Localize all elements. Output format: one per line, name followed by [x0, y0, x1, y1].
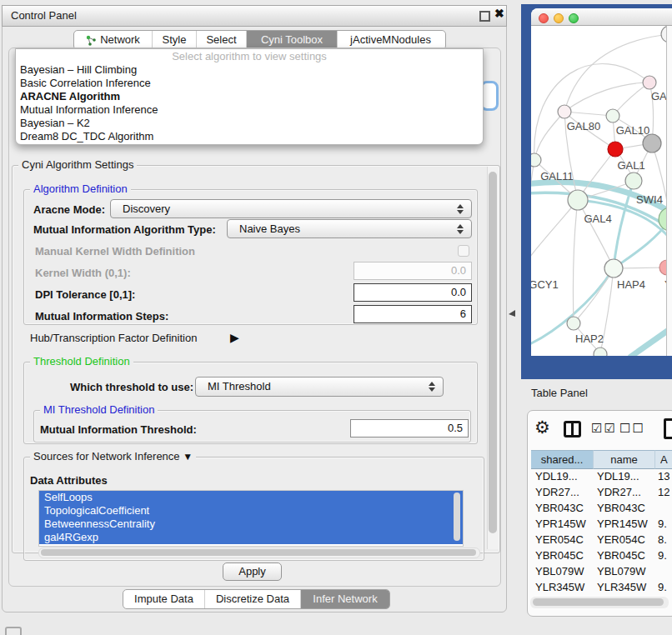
dpi-tolerance-field[interactable]: 0.0 — [354, 283, 472, 302]
node-gal-partial[interactable] — [643, 76, 656, 89]
control-panel-titlebar: Control Panel — [2, 5, 507, 27]
node-gal4[interactable] — [568, 190, 588, 210]
network-window-titlebar[interactable] — [531, 8, 672, 26]
node-label: HAP4 — [617, 278, 645, 291]
mi-steps-label: Mutual Information Steps: — [35, 310, 168, 322]
kernel-width-label: Kernel Width (0,1): — [35, 267, 131, 279]
algorithm-option[interactable]: Basic Correlation Inference — [16, 77, 483, 90]
close-icon[interactable]: ✖ — [494, 7, 504, 20]
settings-group-title: Cyni Algorithm Settings — [18, 159, 137, 171]
expand-arrow-icon[interactable]: ▶ — [230, 331, 239, 344]
network-icon — [86, 35, 97, 46]
table-row[interactable]: YDL19...YDL19...13 — [531, 468, 672, 484]
column-header-name[interactable]: name — [594, 450, 655, 469]
stepper-arrows-icon — [429, 381, 435, 392]
node-red[interactable] — [608, 142, 623, 157]
node-hap4[interactable] — [604, 259, 623, 278]
tab-infer-network[interactable]: Infer Network — [300, 590, 389, 608]
select-all-checkboxes-icon[interactable]: ☑☑ — [591, 421, 617, 436]
collapse-arrow-icon: ▼ — [183, 451, 193, 462]
node-gray[interactable] — [643, 134, 661, 152]
mi-threshold-field[interactable]: 0.5 — [350, 419, 469, 438]
stepper-arrows-icon — [457, 223, 464, 235]
apply-button[interactable]: Apply — [223, 562, 282, 581]
close-traffic-light-icon[interactable] — [539, 13, 549, 23]
deselect-all-checkboxes-icon[interactable]: ☐☐ — [619, 421, 645, 436]
list-scrollbar-thumb[interactable] — [454, 492, 460, 541]
attribute-item-selected[interactable]: gal4RGexp — [39, 531, 463, 544]
sources-hscrollbar-thumb[interactable] — [41, 549, 476, 556]
float-window-icon[interactable] — [479, 11, 490, 22]
network-view-scrollbar[interactable] — [666, 26, 672, 356]
table-row[interactable]: YBR045CYBR045C9. — [531, 548, 672, 563]
manual-kernel-width-label: Manual Kernel Width Definition — [35, 245, 195, 258]
tab-discretize-data[interactable]: Discretize Data — [204, 590, 300, 608]
mini-corner-button[interactable] — [5, 627, 22, 635]
zoom-traffic-light-icon[interactable] — [569, 13, 579, 23]
table-row[interactable]: YBL079WYBL079W — [531, 563, 672, 579]
settings-scrollbar-thumb[interactable] — [489, 172, 497, 533]
network-nodes[interactable] — [531, 26, 672, 356]
attribute-item-selected[interactable]: BetweennessCentrality — [39, 518, 463, 531]
table-panel-title: Table Panel — [531, 387, 588, 399]
mi-algorithm-type-select[interactable]: Naive Bayes — [227, 219, 472, 238]
tab-network[interactable]: Network — [74, 31, 152, 49]
node-gal80[interactable] — [558, 105, 571, 118]
table-row[interactable]: YPR145WYPR145W9. — [531, 516, 672, 532]
dropdown-prompt: Select algorithm to view settings — [16, 49, 483, 63]
tab-jactivemnodules[interactable]: jActiveMNodules — [337, 31, 444, 49]
gear-icon[interactable]: ⚙ — [534, 418, 550, 438]
node-gal10[interactable] — [606, 109, 619, 122]
attribute-item-selected[interactable]: SelfLoops — [39, 491, 463, 504]
algorithm-option[interactable]: Bayesian – K2 — [16, 117, 483, 130]
control-panel-title: Control Panel — [11, 9, 77, 22]
manual-kernel-width-checkbox[interactable] — [458, 245, 469, 257]
document-icon[interactable] — [664, 418, 672, 439]
node-label: GAL1 — [617, 159, 644, 172]
attribute-item-selected[interactable]: TopologicalCoefficient — [39, 504, 463, 518]
data-attributes-label: Data Attributes — [30, 474, 108, 487]
dpi-tolerance-label: DPI Tolerance [0,1]: — [35, 288, 135, 301]
column-header-partial[interactable]: A — [655, 450, 672, 469]
algorithm-option[interactable]: Dream8 DC_TDC Algorithm — [16, 130, 483, 143]
node-hap2[interactable] — [567, 317, 580, 330]
mi-threshold-group-title: MI Threshold Definition — [40, 404, 158, 416]
hub-definition-label[interactable]: Hub/Transcription Factor Definition — [30, 332, 197, 344]
which-threshold-select[interactable]: MI Threshold — [195, 377, 444, 397]
table-row[interactable]: YBR043CYBR043C — [531, 500, 672, 516]
data-attributes-list: SelfLoops TopologicalCoefficient Between… — [38, 490, 464, 547]
screenshot-root: Control Panel ✖ Network Style Select Cyn… — [0, 0, 672, 635]
node-label: SWI4 — [636, 193, 663, 206]
algorithm-option-selected[interactable]: ARACNE Algorithm — [16, 90, 483, 103]
minimize-traffic-light-icon[interactable] — [554, 13, 564, 23]
node-label: GAL10 — [616, 124, 649, 137]
which-threshold-label: Which threshold to use: — [70, 381, 193, 393]
network-graph[interactable]: GAL GAL80 GAL10 GAL1 GAL11 SWI4 GAL4 GCY… — [531, 26, 672, 356]
sources-group-title[interactable]: Sources for Network Inference ▼ — [30, 451, 196, 462]
sources-hscrollbar-track[interactable] — [38, 548, 480, 558]
table-row[interactable]: YER054CYER054C8. — [531, 532, 672, 548]
node-label: GAL80 — [567, 120, 600, 132]
stepper-arrows-icon — [457, 203, 464, 215]
network-edges-teal[interactable] — [531, 181, 672, 356]
node-label: GAL11 — [540, 170, 574, 182]
tab-cyni-toolbox[interactable]: Cyni Toolbox — [246, 31, 337, 49]
node-gal11[interactable] — [531, 153, 541, 167]
columns-icon[interactable] — [564, 421, 581, 438]
threshold-definition-title: Threshold Definition — [30, 356, 133, 368]
table-hscrollbar-thumb[interactable] — [533, 598, 664, 606]
aracne-mode-select[interactable]: Discovery — [110, 199, 472, 218]
node-gal1[interactable] — [625, 172, 642, 189]
node-partial-bottom[interactable] — [594, 348, 607, 356]
algorithm-option[interactable]: Bayesian – Hill Climbing — [16, 63, 483, 77]
column-header-shared-name[interactable]: shared... — [531, 450, 594, 469]
mi-steps-field[interactable]: 6 — [354, 305, 472, 323]
algorithm-option[interactable]: Mutual Information Inference — [16, 103, 483, 117]
table-hscrollbar-track[interactable] — [530, 597, 669, 608]
table-row[interactable]: YDR27...YDR27...12 — [531, 484, 672, 500]
tab-style[interactable]: Style — [152, 31, 196, 49]
tab-select[interactable]: Select — [196, 31, 246, 49]
kernel-width-field[interactable]: 0.0 — [354, 262, 472, 280]
tab-impute-data[interactable]: Impute Data — [123, 590, 204, 608]
node-label: GAL4 — [584, 212, 611, 225]
